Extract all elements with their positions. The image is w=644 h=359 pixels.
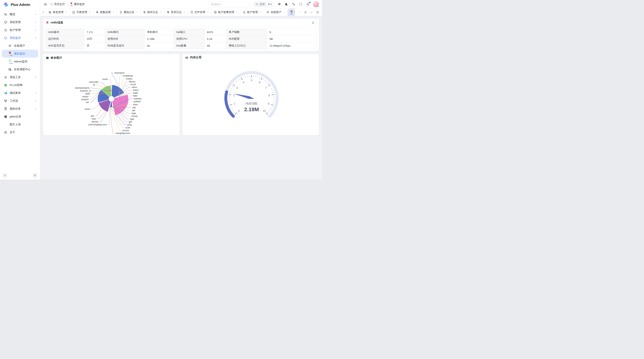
close-icon[interactable] <box>183 11 185 13</box>
notifications-button[interactable] <box>306 2 310 6</box>
sidebar-item-image-upload[interactable]: 图片上传 <box>0 120 40 128</box>
pie-label: hdel <box>133 95 138 97</box>
sidebar-item-tenant-management[interactable]: 租户管理 <box>0 26 40 34</box>
logo-icon <box>3 2 9 7</box>
sidebar-item-label: 缓存监控 <box>14 52 25 56</box>
tab-login-log[interactable]: 登录日志 <box>164 8 188 16</box>
gauge-minor-tick <box>238 80 238 81</box>
redis-info-label: 客户端数 <box>226 29 267 35</box>
flow-icon <box>4 99 7 103</box>
sidebar-item-system-management[interactable]: 系统管理 <box>0 18 40 26</box>
close-icon[interactable] <box>65 11 67 13</box>
sidebar-item-label: 测试菜单 <box>10 91 21 95</box>
sidebar-item-admin-monitor[interactable]: springAdmin监控 <box>0 57 40 65</box>
close-icon[interactable] <box>283 11 285 13</box>
app-logo[interactable]: Plus Admin <box>0 0 40 9</box>
sidebar-item-system-monitor[interactable]: 系统监控 <box>0 34 40 42</box>
refresh-icon <box>304 11 307 14</box>
close-icon[interactable] <box>89 11 91 13</box>
sidebar-item-label: 我的任务 <box>10 107 21 111</box>
close-icon[interactable] <box>112 11 114 13</box>
chevron-down-icon <box>34 100 37 102</box>
sidebar-item-plus-site[interactable]: PLUS官网 <box>0 81 40 89</box>
chevron-down-icon <box>34 92 37 94</box>
pie-label: client|setname <box>75 87 89 89</box>
sidebar-item-overview[interactable]: 概览 <box>0 10 40 18</box>
tab-online-users[interactable]: 在线用户 <box>264 8 288 16</box>
language-button[interactable] <box>292 2 296 6</box>
chevron-down-icon <box>34 21 37 23</box>
tab-dict-management[interactable]: 字典管理 <box>70 8 94 16</box>
sidebar: Plus Admin 概览系统管理租户管理系统监控在线用户redis缓存监控sp… <box>0 0 40 179</box>
gauge-minor-tick <box>245 76 246 77</box>
fingerprint-icon <box>166 11 170 14</box>
redis-info-label: AOF是否开启 <box>46 42 84 49</box>
tab-cache-monitor[interactable]: redis缓存监控 <box>288 8 295 16</box>
sidebar-item-about[interactable]: 关于 <box>0 128 40 136</box>
pie-label: sadd <box>85 92 90 95</box>
close-icon[interactable] <box>260 11 262 13</box>
tab-file-management[interactable]: 文件管理 <box>188 8 212 16</box>
redis-refresh-button[interactable] <box>310 20 316 25</box>
sidebar-item-cache-monitor[interactable]: redis缓存监控 <box>2 50 38 57</box>
gauge-minor-tick <box>270 108 272 109</box>
gauge-minor-tick <box>243 77 244 78</box>
redis-info-value: 7.2.5 <box>84 29 105 35</box>
gauge-minor-tick <box>272 90 273 91</box>
sidebar-item-gitee-log[interactable]: gitee记录 <box>0 113 40 120</box>
gauge-minor-tick <box>230 90 231 91</box>
sidebar-item-online-users[interactable]: 在线用户 <box>0 42 40 50</box>
copyright-icon <box>4 131 7 134</box>
memory-usage-title: 内存占用 <box>190 56 202 59</box>
pie-label: set <box>86 101 89 103</box>
redis-info-title: redis信息 <box>51 21 63 24</box>
sidebar-item-test-menu[interactable]: 测试菜单 <box>0 89 40 97</box>
tab-label: 角色管理 <box>53 10 64 14</box>
tab-role-management[interactable]: 角色管理 <box>46 8 70 16</box>
vscode-icon <box>4 91 7 95</box>
gauge-tick-label: 6 <box>259 81 260 84</box>
close-icon[interactable] <box>160 11 162 13</box>
dark-mode-button[interactable] <box>284 2 288 6</box>
close-icon[interactable] <box>136 11 138 13</box>
search-box[interactable]: 搜索 ⌘ K <box>253 1 274 7</box>
sidebar-item-task-scheduler[interactable]: 任务调度中心 <box>0 65 40 73</box>
sidebar-item-workflow[interactable]: 工作流 <box>0 97 40 105</box>
content-fullscreen-button[interactable] <box>314 8 320 16</box>
close-icon[interactable] <box>236 11 238 13</box>
sidebar-pin-button[interactable] <box>32 173 38 178</box>
tools-icon <box>4 76 7 79</box>
pie-label: hsetnx <box>126 78 132 80</box>
sidebar-item-label: 概览 <box>10 12 15 16</box>
tabs-scroll-left-button[interactable] <box>40 8 46 16</box>
tenant-select-input[interactable] <box>209 1 250 7</box>
sidebar-item-my-tasks[interactable]: 我的任务 <box>0 105 40 113</box>
user-avatar[interactable] <box>313 1 319 7</box>
sidebar-item-label: 图片上传 <box>10 123 21 126</box>
tab-dropdown-button[interactable] <box>308 8 314 16</box>
tab-refresh-button[interactable] <box>302 8 308 16</box>
breadcrumb-item-system-monitor[interactable]: 系统监控 <box>50 2 65 6</box>
sidebar-toggle-button[interactable] <box>43 2 48 7</box>
breadcrumb-item-cache-monitor[interactable]: redis缓存监控 <box>70 2 84 6</box>
top-header: 系统监控redis缓存监控 搜索 ⌘ K <box>40 0 322 8</box>
settings-button[interactable] <box>277 2 282 6</box>
fullscreen-button[interactable] <box>299 2 303 6</box>
tab-label: 参数设置 <box>100 10 111 14</box>
memory-usage-header: 内存占用 <box>182 54 319 61</box>
close-icon[interactable] <box>207 11 209 13</box>
tab-notice[interactable]: 通知公告 <box>117 8 140 16</box>
tab-tenant-management[interactable]: 租户管理 <box>240 8 264 16</box>
pie-label: zscore <box>122 129 129 132</box>
redis-info-value: 6379 <box>204 29 226 35</box>
tab-param-settings[interactable]: 参数设置 <box>94 8 117 16</box>
pie-leader-line <box>112 73 119 87</box>
sidebar-item-system-tools[interactable]: 系统工具 <box>0 73 40 81</box>
sidebar-collapse-button[interactable] <box>2 173 7 178</box>
gauge-major-tick <box>230 104 232 105</box>
terminal-icon <box>46 56 49 59</box>
tab-tenant-package[interactable]: 租户套餐管理 <box>212 8 240 16</box>
tabs-scroll-right-button[interactable] <box>296 8 302 16</box>
tab-operation-log[interactable]: 操作日志 <box>140 8 164 16</box>
memory-usage-card: 内存占用 012345678910内存消耗2.19M <box>182 54 319 135</box>
